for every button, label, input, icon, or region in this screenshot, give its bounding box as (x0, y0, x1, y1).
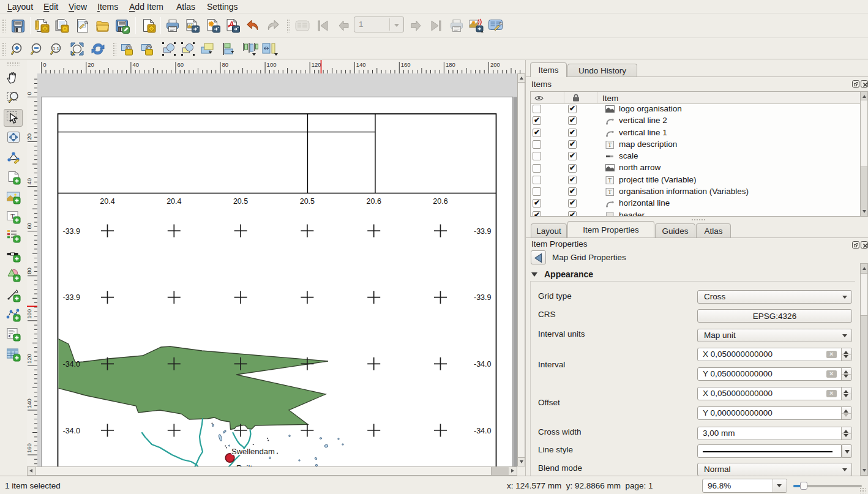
svg-text:20: 20 (88, 61, 94, 68)
svg-text:40: 40 (132, 61, 139, 68)
svg-text:100: 100 (267, 61, 277, 68)
svg-text:100: 100 (27, 309, 32, 319)
svg-text:-34.0: -34.0 (63, 427, 81, 435)
svg-text:-33.9: -33.9 (474, 227, 492, 236)
svg-text:40: 40 (27, 178, 32, 185)
svg-text:140: 140 (356, 61, 366, 68)
svg-text:60: 60 (27, 223, 32, 230)
svg-text:-34.0: -34.0 (474, 427, 492, 435)
svg-text:T: T (608, 189, 612, 195)
svg-text:-33.9: -33.9 (63, 293, 81, 302)
svg-text:-34.0: -34.0 (63, 360, 81, 369)
svg-text:160: 160 (401, 61, 411, 68)
svg-text:T: T (608, 178, 612, 184)
svg-text:140: 140 (27, 399, 32, 408)
svg-text:Swellendam: Swellendam (231, 447, 275, 456)
svg-text:20.5: 20.5 (233, 197, 248, 206)
svg-text:0: 0 (27, 92, 32, 95)
svg-text:60: 60 (177, 61, 184, 68)
svg-text:20.4: 20.4 (166, 197, 181, 206)
svg-text:20.6: 20.6 (367, 197, 381, 206)
svg-text:120: 120 (312, 61, 321, 68)
svg-text:20.5: 20.5 (300, 197, 315, 206)
svg-text:180: 180 (446, 61, 455, 68)
svg-text:200: 200 (490, 61, 500, 68)
svg-text:-33.9: -33.9 (474, 293, 492, 302)
svg-text:160: 160 (27, 443, 32, 453)
svg-text:20.6: 20.6 (433, 197, 447, 206)
svg-text:-33.9: -33.9 (63, 227, 81, 236)
svg-text:80: 80 (222, 61, 229, 68)
svg-text:T: T (608, 142, 612, 148)
svg-text:-34.0: -34.0 (474, 360, 492, 369)
svg-text:1:1: 1:1 (53, 46, 59, 51)
svg-text:20.4: 20.4 (100, 197, 114, 206)
svg-text:0: 0 (43, 61, 46, 68)
svg-text:120: 120 (27, 354, 32, 364)
svg-text:80: 80 (27, 268, 32, 274)
svg-text:20: 20 (27, 133, 32, 140)
